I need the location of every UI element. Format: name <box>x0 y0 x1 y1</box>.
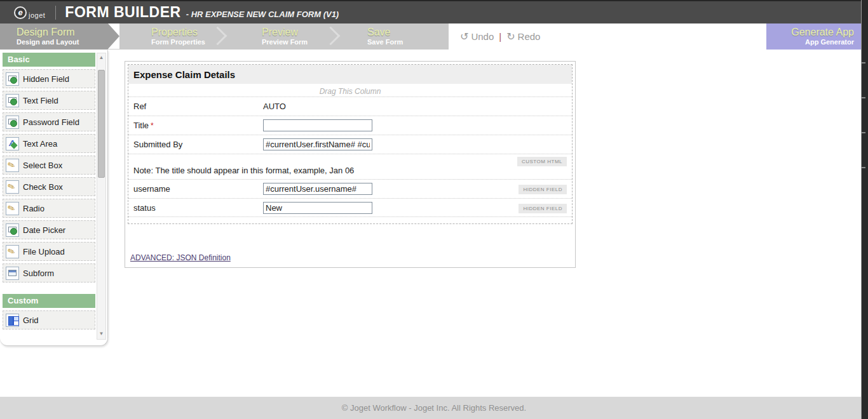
redo-button[interactable]: ↻ Redo <box>506 30 540 43</box>
tab-design-form-title: Design Form <box>17 27 108 38</box>
header-divider <box>55 6 56 20</box>
joget-logo: e joget <box>14 6 45 19</box>
pencil-box-icon <box>6 245 19 258</box>
form-row-ref[interactable]: Ref AUTO <box>128 96 572 116</box>
tab-generate-app[interactable]: Generate App App Generator <box>766 23 862 50</box>
submitted-by-input[interactable] <box>263 138 372 150</box>
palette-item-grid[interactable]: Grid <box>3 310 95 329</box>
palette-item-date-picker[interactable]: Date Picker <box>3 220 95 239</box>
tab-properties[interactable]: Properties Form Properties <box>119 23 222 50</box>
textfield-icon <box>6 223 19 237</box>
tab-preview[interactable]: Preview Preview Form <box>222 23 336 50</box>
scrollbar-tick <box>862 62 865 63</box>
field-label: status <box>133 203 263 213</box>
field-static-value: AUTO <box>263 102 286 111</box>
page-title: FORM BUILDER <box>65 4 180 21</box>
element-type-badge: HIDDEN FIELD <box>519 185 567 194</box>
drag-column-handle[interactable]: Drag This Column <box>128 84 572 96</box>
palette-item-label: Password Field <box>23 117 79 127</box>
palette-item-label: Hidden Field <box>23 74 69 84</box>
undo-icon: ↺ <box>460 30 468 43</box>
palette-item-label: Grid <box>23 316 39 325</box>
palette-scrollbar-thumb[interactable] <box>98 70 105 178</box>
undo-label: Undo <box>471 31 494 42</box>
scrollbar-tick <box>862 132 865 133</box>
form-name-subtitle: - HR EXPENSE NEW CLAIM FORM (V1) <box>186 6 339 19</box>
palette-item-check-box[interactable]: Check Box <box>3 177 95 196</box>
palette-item-subform[interactable]: Subform <box>3 263 95 283</box>
palette-item-label: Text Area <box>23 139 57 149</box>
palette-section-custom: Custom <box>3 294 95 308</box>
tab-design-form[interactable]: Design Form Design and Layout <box>0 23 108 50</box>
form-row-username[interactable]: username HIDDEN FIELD <box>128 179 572 198</box>
form-row-submitted-by[interactable]: Submitted By <box>128 135 572 154</box>
pencil-box-icon <box>6 202 19 215</box>
tab-design-form-subtitle: Design and Layout <box>17 38 108 46</box>
redo-icon: ↻ <box>506 30 515 43</box>
required-asterisk: * <box>151 121 154 130</box>
window-scrollbar[interactable] <box>861 0 868 419</box>
palette-scrollbar[interactable]: ▲ ▼ <box>97 53 106 340</box>
copyright-text: © Joget Workflow - Joget Inc. All Rights… <box>342 403 526 413</box>
footer-bar: © Joget Workflow - Joget Inc. All Rights… <box>0 397 868 419</box>
palette-item-label: Select Box <box>23 161 62 170</box>
palette-section-basic: Basic <box>3 53 95 67</box>
tab-generate-app-subtitle: App Generator <box>766 38 854 46</box>
custom-html-text: Note: The title should appear in this fo… <box>133 166 354 175</box>
field-label: username <box>133 184 263 194</box>
tab-save-title: Save <box>367 27 449 38</box>
tab-generate-app-title: Generate App <box>766 27 854 38</box>
form-row-title[interactable]: Title* <box>128 116 572 135</box>
grid-icon <box>6 314 19 327</box>
title-input[interactable] <box>263 119 372 131</box>
form-row-status[interactable]: status HIDDEN FIELD <box>128 198 572 217</box>
palette-item-label: File Upload <box>23 247 65 256</box>
form-canvas: Expense Claim Details Drag This Column R… <box>125 61 576 268</box>
scroll-down-icon[interactable]: ▼ <box>97 331 105 336</box>
joget-logo-label: joget <box>29 11 45 19</box>
form-column-container: Expense Claim Details Drag This Column R… <box>128 64 573 224</box>
form-row-custom-html[interactable]: Note: The title should appear in this fo… <box>128 154 572 179</box>
pencil-box-icon <box>6 159 19 172</box>
username-input[interactable] <box>263 183 372 195</box>
toolbar-separator: | <box>499 31 501 42</box>
palette-item-select-box[interactable]: Select Box <box>3 156 95 175</box>
joget-logo-icon: e <box>14 6 27 19</box>
palette-item-label: Text Field <box>23 96 58 105</box>
scrollbar-tick <box>862 97 865 98</box>
status-input[interactable] <box>263 202 372 214</box>
scrollbar-tick <box>862 167 865 168</box>
tab-strip: Design Form Design and Layout Properties… <box>0 23 868 50</box>
palette-item-text-field[interactable]: Text Field <box>3 91 95 110</box>
field-label: Submitted By <box>133 140 263 149</box>
undo-button[interactable]: ↺ Undo <box>460 30 494 43</box>
field-label: Ref <box>133 102 263 111</box>
pencil-box-icon <box>6 180 19 194</box>
textfield-icon <box>6 72 19 86</box>
palette-item-password-field[interactable]: Password Field <box>3 112 95 131</box>
palette-item-label: Radio <box>23 204 44 213</box>
form-section-title[interactable]: Expense Claim Details <box>128 65 572 84</box>
field-label: Title* <box>133 121 263 130</box>
tab-save-subtitle: Save Form <box>367 38 449 46</box>
palette-item-label: Date Picker <box>23 225 65 235</box>
advanced-json-definition-link[interactable]: ADVANCED: JSON Definition <box>130 253 231 262</box>
palette-item-hidden-field[interactable]: Hidden Field <box>3 69 95 88</box>
scroll-up-icon[interactable]: ▲ <box>97 55 105 60</box>
undo-redo-toolbar: ↺ Undo | ↻ Redo <box>449 23 766 50</box>
tab-save[interactable]: Save Save Form <box>336 23 449 50</box>
element-palette: Basic Hidden Field Text Field Password F… <box>0 50 108 346</box>
field-label-text: Title <box>133 121 149 130</box>
palette-item-label: Subform <box>23 269 54 278</box>
palette-item-file-upload[interactable]: File Upload <box>3 242 95 261</box>
palette-item-radio[interactable]: Radio <box>3 199 95 218</box>
form-builder-window: e joget FORM BUILDER - HR EXPENSE NEW CL… <box>0 0 868 419</box>
textfield-icon <box>6 94 19 107</box>
element-type-badge: CUSTOM HTML <box>517 157 567 166</box>
palette-item-text-area[interactable]: Text Area <box>3 134 95 153</box>
subform-icon <box>6 267 19 280</box>
palette-item-label: Check Box <box>23 182 63 192</box>
textarea-icon <box>6 137 19 150</box>
textfield-icon <box>6 116 19 129</box>
top-header-bar: e joget FORM BUILDER - HR EXPENSE NEW CL… <box>0 0 868 23</box>
